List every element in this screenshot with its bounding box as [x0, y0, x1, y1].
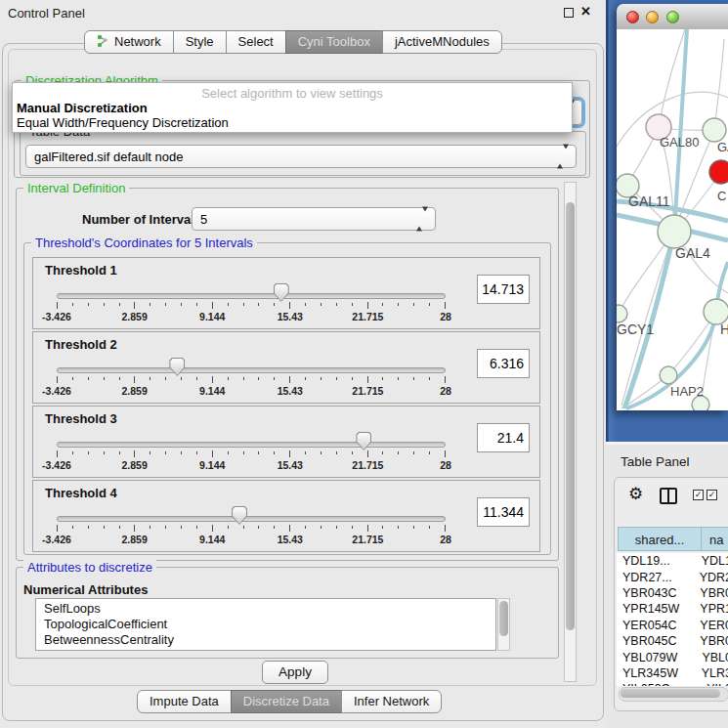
table-row[interactable]: YIL053CYIL0: [617, 681, 728, 686]
network-node[interactable]: [658, 215, 691, 248]
slider-track[interactable]: [57, 516, 446, 522]
network-node-label: C: [717, 189, 726, 203]
attribute-item[interactable]: SelfLoops: [36, 601, 495, 617]
thresholds-group: Threshold 1-3.4262.8599.14415.4321.71528…: [23, 242, 551, 555]
network-window-titlebar[interactable]: [617, 4, 728, 30]
threshold-panel: Threshold 1-3.4262.8599.14415.4321.71528…: [32, 257, 540, 329]
num-intervals-combo[interactable]: 5: [192, 207, 436, 231]
float-window-icon[interactable]: [564, 8, 574, 18]
checkbox-icon[interactable]: ✓: [707, 490, 717, 500]
network-node-label: GAL4: [675, 245, 710, 261]
settings-scrollbar-thumb[interactable]: [566, 202, 575, 630]
table-data-combo[interactable]: galFiltered.sif default node: [25, 145, 577, 168]
network-canvas[interactable]: GAL80GAGAL11CGAL4GCY1HHAP2: [617, 29, 728, 410]
slider-tick-labels: -3.4262.8599.14415.4321.71528: [57, 534, 446, 545]
network-node-label: GCY1: [617, 321, 654, 337]
dropdown-option-manual-discretization[interactable]: Manual Discretization: [17, 101, 148, 115]
attributes-group-title: Attributes to discretize: [23, 560, 156, 575]
threshold-panel: Threshold 3-3.4262.8599.14415.4321.71528…: [32, 406, 540, 478]
table-data-combo-value: galFiltered.sif default node: [34, 150, 183, 164]
zoom-button[interactable]: [666, 11, 679, 23]
slider-tick-labels: -3.4262.8599.14415.4321.71528: [57, 311, 446, 322]
slider-ticks: [57, 376, 446, 383]
tab-infer-network[interactable]: Infer Network: [341, 690, 442, 713]
table-row[interactable]: YLR345WYLR3: [617, 665, 728, 681]
network-nodes[interactable]: [617, 114, 728, 410]
num-intervals-label: Number of Intervals: [82, 212, 201, 227]
slider-thumb[interactable]: [169, 358, 185, 376]
threshold-value-field[interactable]: 6.316: [477, 349, 530, 378]
num-intervals-value: 5: [200, 212, 207, 227]
network-node[interactable]: [660, 366, 677, 384]
slider-ticks: [57, 525, 446, 532]
table-row[interactable]: YDL19...YDL1: [617, 553, 728, 569]
attributes-list[interactable]: SelfLoopsTopologicalCoefficientBetweenne…: [35, 598, 496, 651]
control-panel-tabbar: NetworkStyleSelectCyni ToolboxjActiveMNo…: [84, 30, 502, 54]
table-row[interactable]: YBR043CYBR0: [617, 585, 728, 601]
threshold-value-field[interactable]: 21.4: [477, 423, 530, 452]
table-panel: ⚙ ✓ ✓ shared... na YDL19...YDL1YDR27...Y…: [614, 477, 728, 711]
cytoscape-desktop: GAL80GAGAL11CGAL4GCY1HHAP2: [606, 0, 728, 445]
numerical-attributes-label: Numerical Attributes: [23, 582, 148, 597]
thresholds-group-title: Threshold's Coordinates for 5 Intervals: [31, 236, 257, 250]
slider-ticks: [57, 450, 446, 457]
tab-cyni-toolbox[interactable]: Cyni Toolbox: [285, 30, 383, 54]
checkbox-icon[interactable]: ✓: [693, 490, 704, 500]
close-button[interactable]: [626, 11, 639, 23]
dropdown-option-equal-width-frequency[interactable]: Equal Width/Frequency Discretization: [17, 115, 229, 130]
slider-thumb[interactable]: [232, 506, 247, 525]
threshold-slider[interactable]: -3.4262.8599.14415.4321.71528: [57, 258, 446, 328]
close-icon[interactable]: ✕: [580, 4, 591, 19]
column-layout-icon[interactable]: [660, 488, 677, 504]
tab-network[interactable]: Network: [84, 30, 174, 54]
slider-ticks: [57, 302, 446, 309]
tab-select[interactable]: Select: [226, 30, 286, 54]
table-row[interactable]: YDR27...YDR2: [617, 569, 728, 584]
tab-impute-data[interactable]: Impute Data: [137, 690, 232, 713]
slider-track[interactable]: [57, 293, 446, 299]
slider-thumb[interactable]: [274, 283, 289, 302]
threshold-value-field[interactable]: 14.713: [477, 275, 530, 304]
combo-stepper-icon: [557, 150, 569, 164]
network-icon: [97, 34, 109, 48]
network-node-selected[interactable]: [709, 160, 728, 184]
tab-jactivemnodules[interactable]: jActiveMNodules: [382, 30, 502, 54]
tab-style[interactable]: Style: [173, 30, 227, 54]
table-panel-title: Table Panel: [621, 454, 690, 469]
slider-track[interactable]: [57, 442, 446, 448]
table-hscrollbar-thumb[interactable]: [621, 689, 720, 698]
interval-definition-title: Interval Definition: [23, 181, 129, 195]
threshold-slider[interactable]: -3.4262.8599.14415.4321.71528: [57, 332, 446, 403]
slider-track[interactable]: [57, 367, 446, 373]
table-row[interactable]: YPR145WYPR1: [617, 601, 728, 617]
gear-icon[interactable]: ⚙: [628, 484, 643, 504]
column-header-shared-name[interactable]: shared...: [618, 527, 702, 551]
slider-tick-labels: -3.4262.8599.14415.4321.71528: [57, 459, 446, 471]
attributes-scrollbar[interactable]: [497, 598, 510, 651]
threshold-slider[interactable]: -3.4262.8599.14415.4321.71528: [57, 407, 446, 477]
table-row[interactable]: YBR045CYBR0: [617, 633, 728, 649]
application-window: Control Panel ✕ NetworkStyleSelectCyni T…: [0, 0, 728, 728]
minimize-button[interactable]: [646, 11, 659, 23]
slider-thumb[interactable]: [356, 432, 371, 450]
cyni-mode-tabbar: Impute DataDiscretize DataInfer Network: [137, 690, 442, 713]
threshold-slider[interactable]: -3.4262.8599.14415.4321.71528: [57, 481, 446, 551]
table-header-row: shared... na: [615, 527, 728, 553]
column-header-name[interactable]: na: [701, 527, 728, 551]
network-node[interactable]: [617, 305, 627, 322]
settings-scrollbar[interactable]: [564, 182, 577, 682]
table-row[interactable]: YER054CYER0: [617, 618, 728, 633]
tab-discretize-data[interactable]: Discretize Data: [231, 690, 342, 713]
network-node[interactable]: [703, 118, 726, 142]
attribute-item[interactable]: BetweennessCentrality: [36, 632, 495, 648]
apply-button[interactable]: Apply: [262, 661, 328, 684]
table-body: YDL19...YDL1YDR27...YDR2YBR043CYBR0YPR14…: [617, 553, 728, 686]
attribute-item[interactable]: TopologicalCoefficient: [36, 617, 495, 632]
combo-stepper-icon: [416, 212, 428, 227]
threshold-value-field[interactable]: 11.344: [477, 497, 530, 527]
table-row[interactable]: YBL079WYBL0: [617, 649, 728, 664]
attributes-scrollbar-thumb[interactable]: [499, 601, 508, 636]
table-horizontal-scrollbar[interactable]: [619, 687, 728, 702]
threshold-panel: Threshold 2-3.4262.8599.14415.4321.71528…: [32, 331, 540, 404]
network-node-label: HAP2: [670, 384, 704, 399]
